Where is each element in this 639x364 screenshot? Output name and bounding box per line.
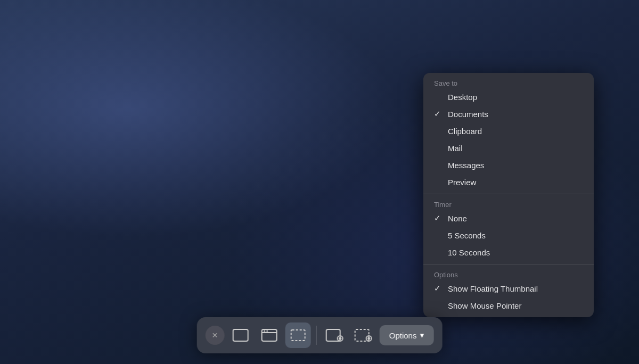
close-icon: ✕ [212, 331, 218, 340]
check-show-mouse-pointer: ✓ [434, 301, 444, 310]
screenshot-toolbar: ✕ [197, 317, 443, 353]
screen-record-selection-button[interactable] [351, 322, 376, 348]
close-button[interactable]: ✕ [206, 326, 225, 345]
menu-item-messages[interactable]: ✓ Messages [423, 156, 594, 173]
menu-item-show-mouse-pointer-label: Show Mouse Pointer [448, 301, 583, 310]
menu-item-mail[interactable]: ✓ Mail [423, 139, 594, 156]
menu-item-show-floating-thumbnail-label: Show Floating Thumbnail [448, 284, 583, 293]
window-capture-button[interactable] [257, 322, 282, 348]
check-documents: ✓ [434, 109, 444, 119]
menu-item-10-seconds[interactable]: ✓ 10 Seconds [423, 244, 594, 261]
options-section: Options ✓ Show Floating Thumbnail ✓ Show… [423, 264, 594, 317]
check-preview: ✓ [434, 177, 444, 187]
chevron-down-icon: ▾ [420, 330, 424, 340]
check-5-seconds: ✓ [434, 230, 444, 240]
check-desktop: ✓ [434, 92, 444, 102]
check-none: ✓ [434, 213, 444, 223]
menu-item-preview[interactable]: ✓ Preview [423, 173, 594, 191]
options-button[interactable]: Options ▾ [380, 325, 434, 345]
svg-rect-5 [291, 330, 305, 341]
selection-capture-icon [290, 328, 307, 343]
menu-item-none[interactable]: ✓ None [423, 210, 594, 227]
options-button-label: Options [389, 331, 417, 340]
menu-item-5-seconds[interactable]: ✓ 5 Seconds [423, 227, 594, 244]
check-10-seconds: ✓ [434, 247, 444, 257]
options-dropdown-menu: Save to ✓ Desktop ✓ Documents ✓ Clipboar… [423, 73, 594, 317]
menu-item-clipboard-label: Clipboard [448, 127, 583, 136]
svg-point-3 [264, 330, 265, 332]
menu-item-desktop-label: Desktop [448, 93, 583, 102]
timer-label: Timer [423, 197, 594, 210]
menu-item-show-floating-thumbnail[interactable]: ✓ Show Floating Thumbnail [423, 280, 594, 297]
menu-item-preview-label: Preview [448, 178, 583, 187]
svg-point-11 [367, 337, 370, 340]
screen-record-full-button[interactable] [322, 322, 348, 348]
timer-section: Timer ✓ None ✓ 5 Seconds ✓ 10 Seconds [423, 194, 594, 264]
save-to-label: Save to [423, 76, 594, 88]
svg-rect-0 [233, 329, 248, 341]
menu-item-5-seconds-label: 5 Seconds [448, 231, 583, 240]
toolbar-divider-1 [316, 326, 317, 345]
screen-record-selection-icon [354, 328, 373, 343]
svg-point-8 [339, 337, 341, 340]
check-clipboard: ✓ [434, 126, 444, 136]
screen-record-full-icon [325, 328, 345, 343]
menu-item-none-label: None [448, 214, 583, 223]
svg-point-4 [266, 330, 268, 332]
selection-capture-button[interactable] [285, 322, 311, 348]
options-label: Options [423, 268, 594, 280]
check-show-floating-thumbnail: ✓ [434, 284, 444, 293]
check-mail: ✓ [434, 143, 444, 153]
menu-item-messages-label: Messages [448, 161, 583, 170]
menu-item-clipboard[interactable]: ✓ Clipboard [423, 122, 594, 139]
menu-item-show-mouse-pointer[interactable]: ✓ Show Mouse Pointer [423, 297, 594, 314]
menu-item-desktop[interactable]: ✓ Desktop [423, 88, 594, 105]
menu-item-mail-label: Mail [448, 144, 583, 153]
window-capture-icon [261, 328, 278, 343]
fullscreen-capture-icon [232, 328, 249, 343]
check-messages: ✓ [434, 160, 444, 170]
menu-item-documents[interactable]: ✓ Documents [423, 105, 594, 122]
menu-item-10-seconds-label: 10 Seconds [448, 248, 583, 257]
save-to-section: Save to ✓ Desktop ✓ Documents ✓ Clipboar… [423, 73, 594, 194]
menu-item-documents-label: Documents [448, 110, 583, 119]
fullscreen-capture-button[interactable] [228, 322, 253, 348]
